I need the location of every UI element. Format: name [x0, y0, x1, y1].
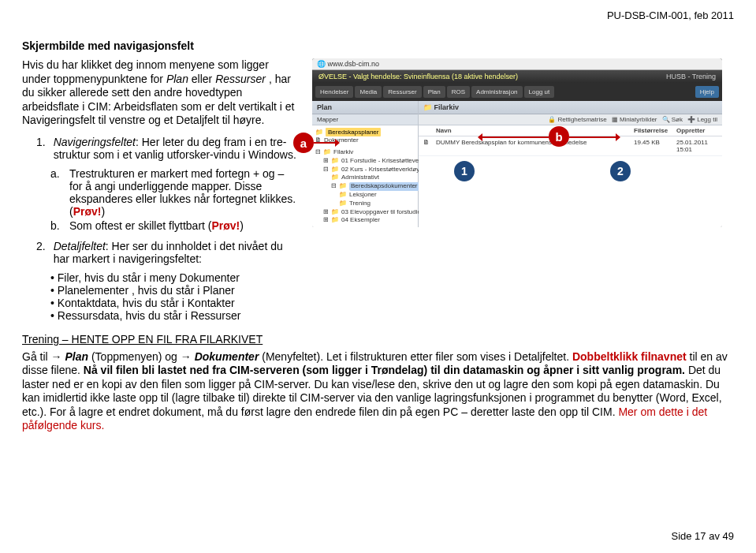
bullet-item: Planelementer , hvis du står i Planer	[50, 284, 298, 297]
detail-toolbar: 🔒 Rettighetsmatrise ▦ Miniatyrbilder 🔍 S…	[419, 114, 722, 125]
tree-node[interactable]: ⊟ 02 Kurs - Krisestøtteverktøy	[315, 166, 415, 174]
item2-label: Detaljfeltet	[54, 240, 106, 252]
folder-icon	[339, 182, 347, 191]
training-body: Gå til → Plan (Toppmenyen) og → Dokument…	[22, 350, 734, 433]
folder-icon	[323, 148, 331, 157]
tree-label: Filarkiv	[333, 148, 353, 157]
globe-icon: 🌐	[317, 60, 328, 68]
table-header: Navn Filstørrelse Oppretter	[419, 125, 722, 136]
arrow-icon: →	[181, 350, 192, 363]
item1-num: 1.	[36, 136, 46, 161]
nav-item[interactable]: Administrasjon	[471, 86, 522, 98]
file-date: 25.01.2011 15:01	[676, 139, 717, 153]
tree-node[interactable]: ⊟ Filarkiv	[315, 148, 415, 157]
tree-label: Administrativt	[341, 174, 379, 182]
tree-label: 03 Elevoppgaver til forstudien	[341, 208, 424, 217]
numbered-list-2: 2. Detaljfeltet: Her ser du innholdet i …	[36, 240, 298, 265]
doc-id: PU-DSB-CIM-001, feb 2011	[607, 9, 734, 21]
col-size[interactable]: Filstørrelse	[634, 127, 673, 134]
banner-left: ØVELSE - Valgt hendelse: Svineinfluensa …	[318, 73, 518, 80]
sub-b-prov: Prøv!	[212, 219, 240, 232]
numbered-list: 1. Navigeringsfeltet: Her leter du deg f…	[36, 136, 298, 161]
t-dokumenter: Dokumenter	[195, 350, 259, 363]
page-number: Side 17 av 49	[671, 530, 734, 542]
folder-icon	[331, 216, 339, 225]
sub-b-letter: b.	[50, 219, 61, 232]
t-text: Gå til	[22, 350, 51, 363]
tree-node[interactable]: ⊞ 04 Eksempler	[315, 216, 415, 225]
tree-label: Leksjoner	[349, 191, 377, 200]
nav-item[interactable]: ROS	[447, 86, 470, 98]
item1-label: Navigeringsfeltet	[54, 136, 136, 148]
nav-item[interactable]: Ressurser	[383, 86, 421, 98]
arrow-icon: →	[51, 350, 62, 363]
nav-item[interactable]: Plan	[423, 86, 445, 98]
toolbar-item[interactable]: ▦ Miniatyrbilder	[612, 116, 657, 123]
folder-icon	[331, 166, 339, 174]
intro-paragraph: Hvis du har klikket deg innom menyene so…	[22, 58, 298, 128]
file-size: 19.45 KB	[634, 139, 673, 153]
bullet-item: Ressursdata, hvis du står i Ressurser	[50, 309, 298, 322]
tree-label-selected: Beredskapsdokumenter	[349, 182, 419, 191]
tree-label: Trening	[349, 200, 371, 208]
col-blank	[423, 127, 433, 134]
tree-node[interactable]: ⊞ 01 Forstudie - Krisestøtteverktøy	[315, 157, 415, 166]
nav-item[interactable]: Hendelser	[315, 86, 353, 98]
bullet-list: Filer, hvis du står i meny Dokumenter Pl…	[50, 271, 298, 322]
toolbar-item[interactable]: 🔒 Rettighetsmatrise	[548, 116, 606, 123]
navigator-panel: Plan Mapper Beredskapsplaner Dokumenter …	[312, 101, 419, 227]
top-nav: Hendelser Media Ressurser Plan ROS Admin…	[312, 83, 722, 101]
folder-icon	[331, 208, 339, 217]
sub-a-prov: Prøv!	[73, 205, 102, 218]
bullet-item: Kontaktdata, hvis du står i Kontakter	[50, 297, 298, 309]
tree-node[interactable]: ⊟ Beredskapsdokumenter	[315, 182, 415, 191]
document-icon	[423, 139, 433, 153]
bullet-item: Filer, hvis du står i meny Dokumenter	[50, 271, 298, 284]
table-row[interactable]: DUMMY Beredskapsplan for kommunens krise…	[419, 136, 722, 156]
nav-item[interactable]: Logg ut	[524, 86, 555, 98]
t-p2: Nå vil filen bli lastet ned fra CIM-serv…	[84, 364, 685, 376]
annotation-marker-b: b	[549, 126, 569, 147]
sub-list: a. Trestrukturen er markert med fortegn …	[50, 167, 298, 232]
folder-item[interactable]: Beredskapsplaner	[315, 128, 415, 136]
sub-b-text2: )	[240, 219, 244, 232]
arrow-icon	[314, 142, 336, 144]
tree-node[interactable]: Administrativt	[315, 174, 415, 182]
tree-node[interactable]: ⊞ 03 Elevoppgaver til forstudien	[315, 208, 415, 217]
folder-icon	[331, 174, 339, 182]
annotation-marker-2: 2	[610, 161, 631, 181]
t-plan: Plan	[65, 350, 88, 363]
col-name[interactable]: Navn	[436, 127, 631, 134]
tree-node[interactable]: Trening	[315, 200, 415, 208]
t-text: (Menyfeltet). Let i filstrukturen etter …	[262, 350, 572, 363]
mapper-subhead: Mapper	[312, 114, 418, 125]
app-screenshot: 🌐 www.dsb-cim.no ØVELSE - Valgt hendelse…	[312, 58, 722, 227]
intro-text2: eller	[192, 73, 215, 85]
banner-right: HUSB - Trening	[666, 73, 716, 80]
intro-plan: Plan	[166, 73, 188, 85]
folder-icon	[339, 191, 347, 200]
t-dobbelt: Dobbeltklikk filnavnet	[572, 350, 687, 363]
col-creator[interactable]: Oppretter	[676, 127, 717, 134]
annotation-marker-a: a	[293, 133, 314, 153]
t-text: (Toppmenyen) og	[91, 350, 181, 363]
nav-help[interactable]: Hjelp	[695, 86, 719, 98]
folder-icon	[339, 200, 347, 208]
folder-icon	[331, 157, 339, 166]
url-bar[interactable]: 🌐 www.dsb-cim.no	[312, 58, 722, 70]
tree-label: 02 Kurs - Krisestøtteverktøy	[341, 166, 419, 174]
sub-a-letter: a.	[50, 167, 61, 218]
toolbar-item[interactable]: 🔍 Søk	[662, 116, 683, 123]
tree-label: 04 Eksempler	[341, 216, 380, 225]
arrow-icon	[482, 136, 549, 138]
app-banner: ØVELSE - Valgt hendelse: Svineinfluensa …	[312, 70, 722, 83]
nav-item[interactable]: Media	[355, 86, 382, 98]
toolbar-item[interactable]: ➕ Legg til	[687, 116, 717, 123]
sub-a-text2: )	[101, 205, 105, 218]
intro-ressurser: Ressurser	[215, 73, 266, 85]
filarkiv-header: 📁 Filarkiv	[419, 101, 722, 114]
folder-icon	[315, 129, 323, 136]
tree-node[interactable]: Leksjoner	[315, 191, 415, 200]
section-title: Skjermbilde med navigasjonsfelt	[22, 39, 734, 52]
plan-header: Plan	[312, 101, 418, 114]
